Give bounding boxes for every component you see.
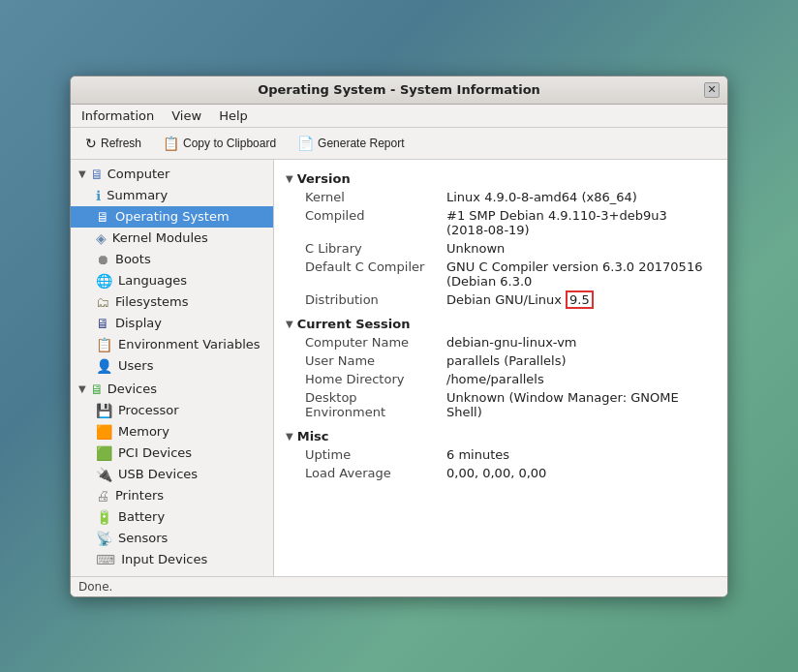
sidebar-item-summary[interactable]: ℹ Summary xyxy=(71,185,273,206)
sidebar-item-usb[interactable]: 🔌 USB Devices xyxy=(71,464,273,485)
homedir-value: /home/parallels xyxy=(441,370,716,388)
desktop-value: Unknown (Window Manager: GNOME Shell) xyxy=(441,388,716,421)
loadavg-label: Load Average xyxy=(286,464,441,482)
toolbar: ↻ Refresh 📋 Copy to Clipboard 📄 Generate… xyxy=(71,128,727,160)
computer-name-value: debian-gnu-linux-vm xyxy=(441,333,716,351)
sidebar-item-memory[interactable]: 🟧 Memory xyxy=(71,421,273,443)
sidebar-item-input[interactable]: ⌨ Input Devices xyxy=(71,549,273,570)
misc-table: Uptime 6 minutes Load Average 0,00, 0,00… xyxy=(286,445,716,482)
filesystems-icon: 🗂 xyxy=(96,294,109,310)
memory-icon: 🟧 xyxy=(96,424,112,440)
sidebar-item-sensors[interactable]: 📡 Sensors xyxy=(71,528,273,549)
devices-section: ▼ 🖥 Devices 💾 Processor 🟧 Memory 🟩 PCI D… xyxy=(71,379,273,570)
computer-group-header[interactable]: ▼ 🖥 Computer xyxy=(71,164,273,185)
statusbar: Done. xyxy=(71,576,727,596)
table-row: Home Directory /home/parallels xyxy=(286,370,716,388)
session-table: Computer Name debian-gnu-linux-vm User N… xyxy=(286,333,716,421)
uptime-value: 6 minutes xyxy=(441,445,716,464)
computer-name-label: Computer Name xyxy=(286,333,441,351)
version-table: Kernel Linux 4.9.0-8-amd64 (x86_64) Comp… xyxy=(286,188,716,309)
window-title: Operating System - System Information xyxy=(94,82,704,97)
sidebar-item-printers[interactable]: 🖨 Printers xyxy=(71,485,273,506)
display-icon: 🖥 xyxy=(96,316,109,331)
menubar: Information View Help xyxy=(71,105,727,128)
desktop-label: Desktop Environment xyxy=(286,388,441,421)
kernel-icon: ◈ xyxy=(96,230,107,246)
table-row: Uptime 6 minutes xyxy=(286,445,716,464)
table-row: Load Average 0,00, 0,00, 0,00 xyxy=(286,464,716,482)
devices-group-header[interactable]: ▼ 🖥 Devices xyxy=(71,379,273,400)
status-text: Done. xyxy=(78,580,112,594)
distro-version-highlight: 9.5 xyxy=(566,290,594,309)
uptime-label: Uptime xyxy=(286,445,441,464)
sidebar-item-boots[interactable]: ⏺ Boots xyxy=(71,249,273,270)
computer-icon: 🖥 xyxy=(90,167,104,182)
report-icon: 📄 xyxy=(297,136,314,151)
version-section-header: ▼ Version xyxy=(286,168,716,188)
loadavg-value: 0,00, 0,00, 0,00 xyxy=(441,464,716,482)
sidebar-item-os[interactable]: 🖥 Operating System xyxy=(71,206,273,228)
copy-button[interactable]: 📋 Copy to Clipboard xyxy=(154,132,285,155)
refresh-button[interactable]: ↻ Refresh xyxy=(77,132,150,155)
os-icon: 🖥 xyxy=(96,209,109,225)
sidebar-item-languages[interactable]: 🌐 Languages xyxy=(71,270,273,291)
computer-triangle: ▼ xyxy=(78,168,86,179)
sidebar-item-pci[interactable]: 🟩 PCI Devices xyxy=(71,443,273,464)
menu-information[interactable]: Information xyxy=(78,107,157,124)
envvars-icon: 📋 xyxy=(96,337,112,352)
computer-section: ▼ 🖥 Computer ℹ Summary 🖥 Operating Syste… xyxy=(71,164,273,377)
sensors-icon: 📡 xyxy=(96,531,112,546)
usb-icon: 🔌 xyxy=(96,467,112,482)
refresh-icon: ↻ xyxy=(85,136,97,151)
main-content: ▼ 🖥 Computer ℹ Summary 🖥 Operating Syste… xyxy=(71,160,727,576)
table-row: Compiled #1 SMP Debian 4.9.110-3+deb9u3 … xyxy=(286,206,716,239)
sidebar-item-kernel[interactable]: ◈ Kernel Modules xyxy=(71,228,273,249)
table-row: User Name parallels (Parallels) xyxy=(286,351,716,370)
copy-icon: 📋 xyxy=(163,136,179,151)
sidebar-item-battery[interactable]: 🔋 Battery xyxy=(71,506,273,528)
table-row: Computer Name debian-gnu-linux-vm xyxy=(286,333,716,351)
summary-icon: ℹ xyxy=(96,188,101,203)
compiled-label: Compiled xyxy=(286,206,441,239)
languages-icon: 🌐 xyxy=(96,273,112,289)
kernel-label: Kernel xyxy=(286,188,441,206)
compiled-value: #1 SMP Debian 4.9.110-3+deb9u3 (2018-08-… xyxy=(441,206,716,239)
compiler-label: Default C Compiler xyxy=(286,258,441,290)
input-icon: ⌨ xyxy=(96,552,115,567)
devices-triangle: ▼ xyxy=(78,383,86,394)
sidebar: ▼ 🖥 Computer ℹ Summary 🖥 Operating Syste… xyxy=(71,160,274,576)
sidebar-item-processor[interactable]: 💾 Processor xyxy=(71,400,273,421)
session-triangle: ▼ xyxy=(286,319,293,329)
sidebar-item-users[interactable]: 👤 Users xyxy=(71,355,273,377)
kernel-value: Linux 4.9.0-8-amd64 (x86_64) xyxy=(441,188,716,206)
titlebar: Operating System - System Information ✕ xyxy=(71,76,727,105)
battery-icon: 🔋 xyxy=(96,509,112,525)
printers-icon: 🖨 xyxy=(96,488,109,504)
devices-icon: 🖥 xyxy=(90,382,104,397)
menu-view[interactable]: View xyxy=(169,107,204,124)
processor-icon: 💾 xyxy=(96,403,112,418)
homedir-label: Home Directory xyxy=(286,370,441,388)
table-row: C Library Unknown xyxy=(286,239,716,258)
report-button[interactable]: 📄 Generate Report xyxy=(289,132,413,155)
menu-help[interactable]: Help xyxy=(216,107,251,124)
boots-icon: ⏺ xyxy=(96,252,109,267)
session-section-header: ▼ Current Session xyxy=(286,313,716,333)
misc-section-header: ▼ Misc xyxy=(286,425,716,445)
sidebar-item-display[interactable]: 🖥 Display xyxy=(71,313,273,334)
users-icon: 👤 xyxy=(96,358,112,374)
table-row: Kernel Linux 4.9.0-8-amd64 (x86_64) xyxy=(286,188,716,206)
main-window: Operating System - System Information ✕ … xyxy=(70,76,728,597)
distro-label: Distribution xyxy=(286,290,441,309)
clibrary-value: Unknown xyxy=(441,239,716,258)
misc-triangle: ▼ xyxy=(286,431,293,442)
table-row: Default C Compiler GNU C Compiler versio… xyxy=(286,258,716,290)
version-triangle: ▼ xyxy=(286,173,293,184)
close-button[interactable]: ✕ xyxy=(704,82,720,98)
table-row: Distribution Debian GNU/Linux 9.5 xyxy=(286,290,716,309)
username-value: parallels (Parallels) xyxy=(441,351,716,370)
username-label: User Name xyxy=(286,351,441,370)
detail-pane: ▼ Version Kernel Linux 4.9.0-8-amd64 (x8… xyxy=(274,160,727,576)
sidebar-item-envvars[interactable]: 📋 Environment Variables xyxy=(71,334,273,355)
sidebar-item-filesystems[interactable]: 🗂 Filesystems xyxy=(71,291,273,313)
